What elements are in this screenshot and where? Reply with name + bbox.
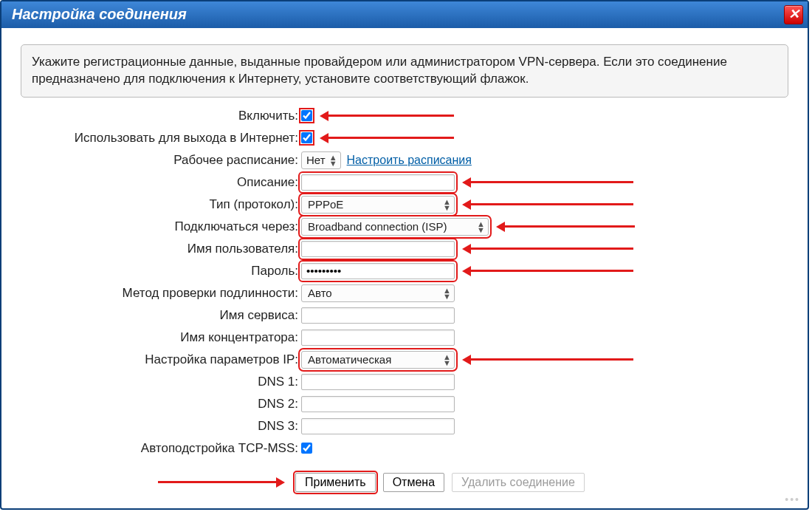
enable-label: Включить: xyxy=(21,105,301,127)
description-label: Описание: xyxy=(21,171,301,194)
username-label: Имя пользователя: xyxy=(21,238,301,260)
dns2-input[interactable] xyxy=(301,396,455,412)
use-internet-label: Использовать для выхода в Интернет: xyxy=(21,127,301,149)
ip-setup-select[interactable]: Автоматическая ▲▼ xyxy=(301,351,455,369)
username-input[interactable] xyxy=(301,241,455,257)
description-input[interactable] xyxy=(301,174,455,191)
apply-button[interactable]: Применить xyxy=(295,473,376,492)
close-icon[interactable]: ✕ xyxy=(784,5,803,24)
annotation-arrow-icon xyxy=(496,222,635,232)
annotation-arrow-icon xyxy=(320,133,454,143)
schedule-value: Нет xyxy=(306,154,326,166)
dns1-label: DNS 1: xyxy=(21,371,301,393)
password-input[interactable] xyxy=(301,263,455,279)
protocol-select[interactable]: PPPoE ▲▼ xyxy=(301,196,455,214)
resize-grip-icon: ••• xyxy=(785,494,800,505)
titlebar: Настройка соединения ✕ xyxy=(1,1,808,28)
annotation-arrow-icon xyxy=(462,177,633,188)
schedule-label: Рабочее расписание: xyxy=(21,149,301,171)
annotation-arrow-icon xyxy=(462,244,633,254)
button-bar: Применить Отмена Удалить соединение xyxy=(21,470,788,495)
annotation-arrow-icon xyxy=(462,199,633,210)
password-label: Пароль: xyxy=(21,260,301,282)
updown-icon: ▲▼ xyxy=(477,221,485,233)
ip-setup-label: Настройка параметров IP: xyxy=(21,349,301,371)
service-name-input[interactable] xyxy=(301,307,455,324)
auth-method-value: Авто xyxy=(308,287,332,299)
dns3-label: DNS 3: xyxy=(21,415,301,437)
enable-checkbox[interactable] xyxy=(301,110,312,121)
annotation-arrow-icon xyxy=(320,111,454,121)
updown-icon: ▲▼ xyxy=(443,287,451,299)
connect-via-label: Подключаться через: xyxy=(21,216,301,238)
updown-icon: ▲▼ xyxy=(443,354,451,366)
dns2-label: DNS 2: xyxy=(21,393,301,415)
updown-icon: ▲▼ xyxy=(329,154,337,166)
annotation-arrow-icon xyxy=(462,355,633,365)
annotation-arrow-icon xyxy=(158,477,285,488)
configure-schedules-link[interactable]: Настроить расписания xyxy=(347,154,472,167)
updown-icon: ▲▼ xyxy=(443,199,451,211)
auth-method-select[interactable]: Авто ▲▼ xyxy=(301,284,455,302)
connection-settings-window: Настройка соединения ✕ Укажите регистрац… xyxy=(0,0,809,510)
info-banner: Укажите регистрационные данные, выданные… xyxy=(21,44,788,98)
delete-connection-button: Удалить соединение xyxy=(452,473,585,492)
connect-via-select[interactable]: Broadband connection (ISP) ▲▼ xyxy=(301,218,489,236)
tcp-mss-checkbox[interactable] xyxy=(301,443,312,454)
settings-form: Включить: Использовать для выхода в Инте… xyxy=(21,105,788,495)
connect-via-value: Broadband connection (ISP) xyxy=(308,220,447,233)
concentrator-input[interactable] xyxy=(301,330,455,346)
window-body: Укажите регистрационные данные, выданные… xyxy=(1,28,808,507)
window-title: Настройка соединения xyxy=(12,6,187,23)
tcp-mss-label: Автоподстройка TCP-MSS: xyxy=(21,437,301,460)
auth-method-label: Метод проверки подлинности: xyxy=(21,282,301,304)
annotation-arrow-icon xyxy=(462,266,633,276)
ip-setup-value: Автоматическая xyxy=(308,353,391,366)
protocol-value: PPPoE xyxy=(308,198,343,211)
concentrator-label: Имя концентратора: xyxy=(21,327,301,349)
schedule-select[interactable]: Нет ▲▼ xyxy=(301,151,341,169)
dns3-input[interactable] xyxy=(301,418,455,434)
use-internet-checkbox[interactable] xyxy=(301,132,312,143)
protocol-label: Тип (протокол): xyxy=(21,194,301,216)
service-name-label: Имя сервиса: xyxy=(21,304,301,327)
cancel-button[interactable]: Отмена xyxy=(383,473,444,492)
dns1-input[interactable] xyxy=(301,374,455,390)
